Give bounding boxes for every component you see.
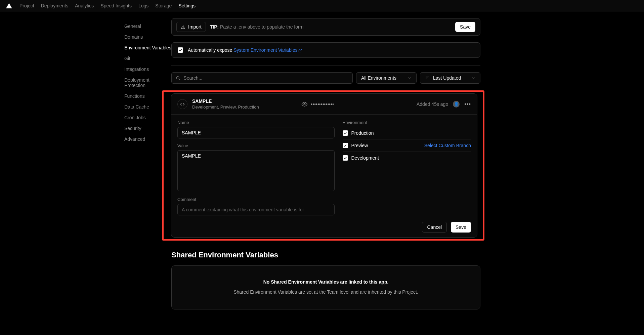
- search-input[interactable]: [183, 75, 348, 81]
- cancel-button[interactable]: Cancel: [422, 222, 447, 233]
- nav-logs[interactable]: Logs: [138, 3, 148, 8]
- avatar: 👤: [453, 101, 460, 108]
- nav-storage[interactable]: Storage: [155, 3, 172, 8]
- nav-analytics[interactable]: Analytics: [75, 3, 94, 8]
- sort-select[interactable]: Last Updated: [420, 72, 480, 84]
- highlight-annotation: SAMPLE Development, Preview, Production …: [162, 90, 484, 241]
- shared-empty-heading: No Shared Environment Variables are link…: [199, 279, 453, 285]
- preview-checkbox[interactable]: [343, 143, 348, 148]
- environment-label: Environment: [343, 120, 471, 125]
- filter-row: All Environments Last Updated: [171, 72, 480, 84]
- production-checkbox[interactable]: [343, 130, 348, 136]
- sort-icon: [425, 76, 430, 80]
- sidebar-item-general[interactable]: General: [124, 21, 171, 32]
- sort-label: Last Updated: [433, 75, 461, 81]
- chevron-down-icon: [471, 76, 475, 80]
- variable-environments: Development, Preview, Production: [192, 104, 259, 110]
- env-row-production: Production: [343, 127, 471, 139]
- search-box[interactable]: [171, 72, 353, 84]
- preview-label: Preview: [351, 143, 368, 148]
- auto-expose-checkbox[interactable]: [178, 47, 183, 53]
- more-menu-button[interactable]: •••: [464, 101, 471, 107]
- save-button[interactable]: Save: [451, 222, 471, 233]
- svg-line-3: [179, 79, 179, 80]
- production-label: Production: [351, 130, 374, 136]
- nav-speed-insights[interactable]: Speed Insights: [100, 3, 132, 8]
- shared-env-vars-card: No Shared Environment Variables are link…: [171, 265, 480, 309]
- comment-label: Comment: [177, 197, 335, 202]
- masked-value: ••••••••••••••: [311, 101, 334, 107]
- variable-footer: Cancel Save: [171, 217, 477, 237]
- code-icon: [177, 99, 187, 109]
- sidebar-item-environment-variables[interactable]: Environment Variables: [124, 42, 171, 53]
- comment-input[interactable]: [177, 204, 335, 215]
- env-row-development: Development: [343, 152, 471, 164]
- chevron-down-icon: [407, 76, 412, 80]
- value-input[interactable]: [177, 150, 335, 191]
- sidebar-item-domains[interactable]: Domains: [124, 32, 171, 42]
- download-icon: [181, 25, 185, 29]
- added-timestamp: Added 45s ago: [417, 101, 448, 107]
- settings-sidebar: General Domains Environment Variables Gi…: [0, 18, 171, 309]
- name-label: Name: [177, 120, 335, 125]
- nav-deployments[interactable]: Deployments: [41, 3, 69, 8]
- auto-expose-text: Automatically expose System Environment …: [188, 47, 302, 53]
- shared-empty-sub: Shared Environment Variables are set at …: [199, 289, 453, 296]
- environment-filter[interactable]: All Environments: [356, 72, 417, 84]
- name-input[interactable]: [177, 127, 335, 138]
- vercel-logo-icon[interactable]: [6, 3, 12, 9]
- env-row-preview: Preview Select Custom Branch: [343, 139, 471, 152]
- svg-line-1: [300, 49, 301, 51]
- topbar: Project Deployments Analytics Speed Insi…: [0, 0, 644, 11]
- sidebar-item-integrations[interactable]: Integrations: [124, 64, 171, 75]
- auto-expose-card: Automatically expose System Environment …: [171, 42, 480, 58]
- development-checkbox[interactable]: [343, 155, 348, 161]
- import-row: Import TIP: Paste a .env above to popula…: [171, 18, 480, 36]
- svg-point-2: [176, 77, 179, 79]
- tip-text: TIP: Paste a .env above to populate the …: [210, 24, 304, 30]
- value-label: Value: [177, 143, 335, 148]
- import-button[interactable]: Import: [176, 22, 206, 32]
- eye-icon[interactable]: [301, 101, 307, 107]
- sidebar-item-deployment-protection[interactable]: Deployment Protection: [124, 75, 171, 91]
- search-icon: [176, 76, 180, 80]
- variable-header: SAMPLE Development, Preview, Production …: [171, 94, 477, 115]
- nav-settings[interactable]: Settings: [178, 3, 196, 8]
- shared-env-vars-title: Shared Environment Variables: [171, 251, 480, 259]
- environment-filter-label: All Environments: [361, 75, 396, 81]
- development-label: Development: [351, 155, 379, 161]
- import-label: Import: [188, 24, 202, 30]
- save-button-top[interactable]: Save: [455, 22, 475, 32]
- select-custom-branch-link[interactable]: Select Custom Branch: [424, 143, 471, 148]
- top-nav: Project Deployments Analytics Speed Insi…: [19, 3, 196, 8]
- svg-point-7: [304, 103, 305, 105]
- variable-card: SAMPLE Development, Preview, Production …: [171, 93, 477, 238]
- system-env-vars-link[interactable]: System Environment Variables: [233, 47, 302, 53]
- external-link-icon: [298, 49, 302, 52]
- sidebar-item-git[interactable]: Git: [124, 53, 171, 64]
- nav-project[interactable]: Project: [19, 3, 34, 8]
- variable-name: SAMPLE: [192, 98, 259, 104]
